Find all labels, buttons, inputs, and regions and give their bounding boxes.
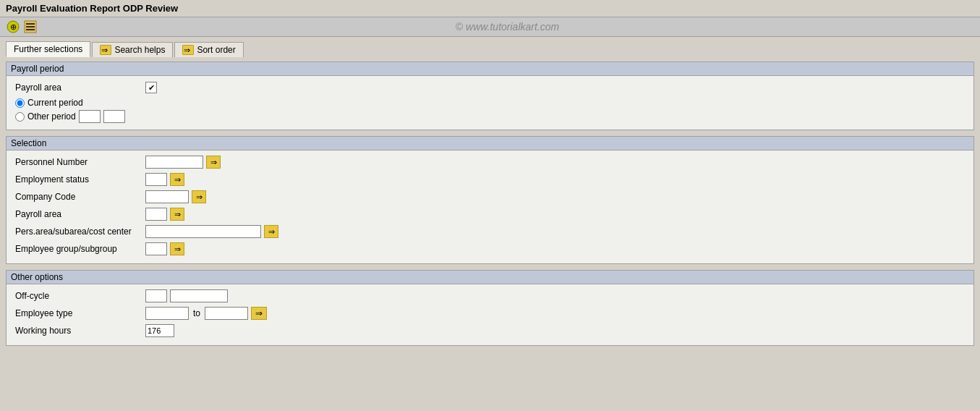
other-period-radio[interactable] xyxy=(15,112,25,122)
off-cycle-label: Off-cycle xyxy=(15,291,145,301)
other-period-input-1[interactable] xyxy=(79,110,101,123)
employee-group-row: Employee group/subgroup ⇒ xyxy=(15,242,965,256)
tab-sort-order-label: Sort order xyxy=(197,45,235,55)
personnel-number-arrow-btn[interactable]: ⇒ xyxy=(206,156,221,169)
employment-status-row: Employment status ⇒ xyxy=(15,172,965,187)
employee-type-input-to[interactable] xyxy=(205,307,248,320)
pers-area-label: Pers.area/subarea/cost center xyxy=(15,226,145,237)
tab-search-helps-label: Search helps xyxy=(114,45,165,55)
payroll-area-row: Payroll area ✔ xyxy=(15,80,965,95)
working-hours-label: Working hours xyxy=(15,326,145,336)
company-code-row: Company Code ⇒ xyxy=(15,190,965,204)
employee-group-label: Employee group/subgroup xyxy=(15,244,145,254)
payroll-area-sel-arrow-btn[interactable]: ⇒ xyxy=(170,208,184,221)
to-label: to xyxy=(193,308,200,318)
other-options-header: Other options xyxy=(7,271,973,284)
other-period-input-2[interactable] xyxy=(103,110,125,123)
current-period-row: Current period xyxy=(15,98,965,108)
current-period-radio[interactable] xyxy=(15,98,25,108)
employee-type-row: Employee type to ⇒ xyxy=(15,306,965,321)
other-period-label: Other period xyxy=(27,111,76,122)
back-icon[interactable]: ⊕ xyxy=(6,20,20,34)
payroll-period-body: Payroll area ✔ Current period Other peri… xyxy=(7,76,973,130)
company-code-input[interactable] xyxy=(145,190,189,203)
other-options-body: Off-cycle Employee type to ⇒ Working hou… xyxy=(7,284,973,345)
other-period-row: Other period xyxy=(15,110,965,123)
employee-type-arrow-btn[interactable]: ⇒ xyxy=(251,307,267,320)
working-hours-input[interactable] xyxy=(145,324,174,337)
payroll-area-label: Payroll area xyxy=(15,82,145,93)
personnel-number-row: Personnel Number ⇒ xyxy=(15,155,965,169)
page-title: Payroll Evaluation Report ODP Review xyxy=(6,3,178,14)
off-cycle-input-1[interactable] xyxy=(145,289,167,302)
off-cycle-inputs xyxy=(145,289,228,302)
off-cycle-input-2[interactable] xyxy=(170,289,228,302)
payroll-period-header: Payroll period xyxy=(7,62,973,76)
payroll-area-sel-label: Payroll area xyxy=(15,209,145,219)
employee-group-arrow-btn[interactable]: ⇒ xyxy=(170,242,184,255)
pers-area-input[interactable] xyxy=(145,225,261,238)
tab-sort-order[interactable]: Sort order xyxy=(174,42,243,57)
other-options-section: Other options Off-cycle Employee type to… xyxy=(6,270,974,346)
off-cycle-row: Off-cycle xyxy=(15,289,965,303)
watermark: © www.tutorialkart.com xyxy=(41,21,974,33)
employment-status-input[interactable] xyxy=(145,173,167,186)
toolbar: ⊕ © www.tutorialkart.com xyxy=(0,17,980,37)
personnel-number-input[interactable] xyxy=(145,156,203,169)
tab-further-selections[interactable]: Further selections xyxy=(6,41,90,57)
selection-section: Selection Personnel Number ⇒ Employment … xyxy=(6,136,974,264)
tab-search-helps[interactable]: Search helps xyxy=(92,42,173,57)
employee-type-input-from[interactable] xyxy=(145,307,189,320)
search-helps-arrow-icon xyxy=(100,45,111,55)
tab-further-selections-label: Further selections xyxy=(14,44,82,54)
current-period-label: Current period xyxy=(27,98,83,108)
working-hours-row: Working hours xyxy=(15,323,965,338)
employment-status-label: Employment status xyxy=(15,174,145,185)
personnel-number-label: Personnel Number xyxy=(15,157,145,167)
employee-type-label: Employee type xyxy=(15,308,145,318)
title-bar: Payroll Evaluation Report ODP Review xyxy=(0,0,980,17)
company-code-arrow-btn[interactable]: ⇒ xyxy=(192,190,206,203)
selection-body: Personnel Number ⇒ Employment status ⇒ C… xyxy=(7,151,973,263)
other-period-inputs xyxy=(79,110,125,123)
payroll-area-sel-input[interactable] xyxy=(145,208,167,221)
payroll-area-checkbox[interactable]: ✔ xyxy=(145,82,157,93)
selection-header: Selection xyxy=(7,137,973,151)
pers-area-arrow-btn[interactable]: ⇒ xyxy=(264,225,278,238)
tab-bar: Further selections Search helps Sort ord… xyxy=(0,37,980,57)
pers-area-row: Pers.area/subarea/cost center ⇒ xyxy=(15,224,965,239)
main-content: Payroll period Payroll area ✔ Current pe… xyxy=(0,57,980,411)
payroll-period-section: Payroll period Payroll area ✔ Current pe… xyxy=(6,62,974,130)
sort-order-arrow-icon xyxy=(182,45,194,55)
employee-group-input[interactable] xyxy=(145,242,167,255)
employment-status-arrow-btn[interactable]: ⇒ xyxy=(170,173,184,186)
menu-icon[interactable] xyxy=(23,20,38,34)
payroll-area-sel-row: Payroll area ⇒ xyxy=(15,207,965,221)
svg-text:⊕: ⊕ xyxy=(10,22,17,31)
company-code-label: Company Code xyxy=(15,192,145,202)
